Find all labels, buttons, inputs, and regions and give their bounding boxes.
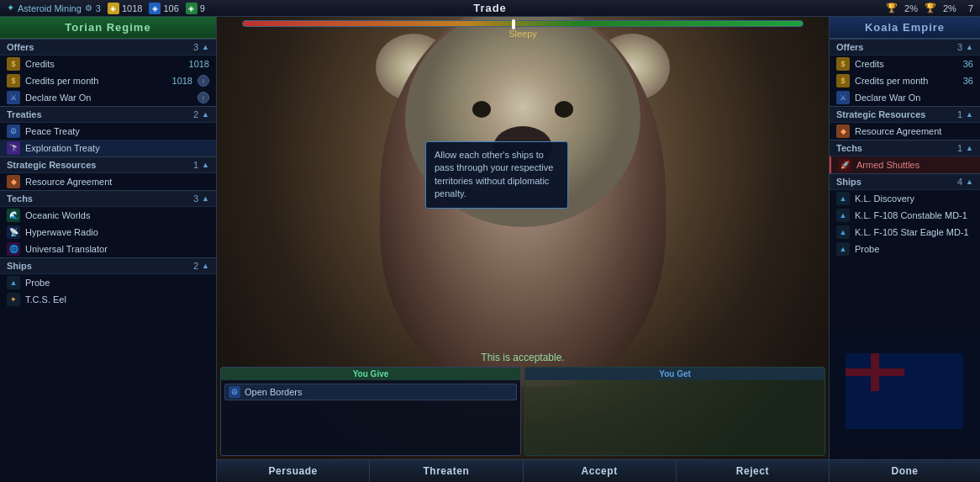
right-resource-agreement-item[interactable]: ◆ Resource Agreement — [830, 123, 980, 140]
australian-flag — [846, 353, 963, 429]
left-probe-item[interactable]: ▲ Probe — [0, 274, 216, 291]
right-techs-expand[interactable]: ▲ — [966, 144, 973, 152]
right-ships-label: Ships — [836, 177, 861, 187]
main-content: Torian Regime Offers 3 ▲ $ Credits 1018 … — [0, 17, 980, 482]
right-credits-month-value: 36 — [963, 76, 973, 86]
universal-translator-label: Universal Translator — [25, 244, 209, 254]
mining-count: 3 — [96, 3, 101, 13]
left-exploration-treaty-item[interactable]: 🔭 Exploration Treaty — [0, 140, 216, 156]
left-credits-item[interactable]: $ Credits 1018 — [0, 56, 216, 72]
right-panel-content: Offers 3 ▲ $ Credits 36 $ Credits per mo… — [830, 39, 980, 459]
left-treaties-count: 2 ▲ — [193, 109, 209, 119]
left-credits-month-item[interactable]: $ Credits per month 1018 i — [0, 72, 216, 89]
sentiment-bar — [242, 20, 803, 27]
left-hyperwave-radio-item[interactable]: 📡 Hyperwave Radio — [0, 224, 216, 241]
strategic-expand-icon[interactable]: ▲ — [202, 161, 209, 169]
accept-button[interactable]: Accept — [524, 460, 677, 482]
right-credits-label: Credits — [855, 59, 958, 69]
acceptable-text: This is acceptable. — [217, 347, 829, 367]
right-armed-shuttles-item[interactable]: 🚀 Armed Shuttles — [830, 156, 980, 173]
declare-war-info[interactable]: i — [198, 92, 209, 103]
top-bar: ✦ Asteroid Mining ⚙ 3 ◈ 1018 ◈ 106 ◈ 9 T… — [0, 0, 980, 17]
right-offers-expand[interactable]: ▲ — [966, 43, 973, 51]
persuade-button[interactable]: Persuade — [217, 460, 370, 482]
probe-icon: ▲ — [7, 276, 20, 289]
right-ships-expand[interactable]: ▲ — [966, 177, 973, 186]
resource-blue-value: 106 — [163, 3, 178, 13]
right-ships-header: Ships 4 ▲ — [830, 173, 980, 190]
right-resource-agreement-icon: ◆ — [836, 124, 850, 138]
right-probe-item[interactable]: ▲ Probe — [830, 241, 980, 257]
kl-star-eagle-icon: ▲ — [836, 225, 850, 239]
trophy-value-2: 2% — [943, 3, 956, 13]
trophy-value-1: 2% — [904, 3, 918, 13]
resource-green-icon: ◈ — [186, 3, 198, 14]
resource-agreement-icon: ◆ — [7, 175, 20, 188]
probe-label: Probe — [25, 278, 209, 288]
trophy-icon-1: 🏆 — [886, 3, 898, 13]
right-declare-war-item[interactable]: ⚔ Declare War On — [830, 89, 980, 106]
right-panel: Koala Empire Offers 3 ▲ $ Credits 36 $ C… — [829, 17, 980, 482]
right-offers-header: Offers 3 ▲ — [830, 39, 980, 56]
right-kl-star-eagle-item[interactable]: ▲ K.L. F-105 Star Eagle MD-1 — [830, 224, 980, 241]
left-resource-agreement-item[interactable]: ◆ Resource Agreement — [0, 173, 216, 190]
hyperwave-radio-label: Hyperwave Radio — [25, 227, 209, 237]
techs-expand-icon[interactable]: ▲ — [202, 194, 209, 203]
credits-month-icon: $ — [7, 74, 20, 87]
resource-green: ◈ 9 — [186, 3, 205, 14]
right-credits-month-item[interactable]: $ Credits per month 36 — [830, 72, 980, 89]
koala-eye-right — [555, 101, 573, 118]
left-techs-label: Techs — [7, 193, 33, 204]
treaties-expand-icon[interactable]: ▲ — [202, 110, 209, 119]
left-treaties-label: Treaties — [7, 109, 42, 119]
open-borders-label: Open Borders — [245, 387, 302, 397]
you-give-content: ☮ Open Borders — [221, 380, 520, 455]
tcs-eel-icon: ✦ — [7, 293, 20, 306]
you-give-header: You Give — [221, 368, 520, 380]
right-resource-agreement-label: Resource Agreement — [855, 126, 973, 136]
credits-month-info[interactable]: i — [198, 75, 209, 87]
left-ships-label: Ships — [7, 261, 32, 271]
left-strategic-header: Strategic Resources 1 ▲ — [0, 156, 216, 173]
resource-green-value: 9 — [200, 3, 205, 13]
left-ships-count: 2 ▲ — [193, 261, 209, 271]
ships-expand-icon[interactable]: ▲ — [202, 262, 209, 270]
credits-item-label: Credits — [25, 59, 184, 69]
left-panel: Torian Regime Offers 3 ▲ $ Credits 1018 … — [0, 17, 217, 482]
tooltip-text: Allow each other's ships to pass through… — [435, 150, 553, 199]
left-peace-treaty-item[interactable]: ☮ Peace Treaty — [0, 123, 216, 140]
done-button[interactable]: Done — [830, 460, 980, 482]
right-credits-item[interactable]: $ Credits 36 — [830, 56, 980, 72]
right-kl-constable-item[interactable]: ▲ K.L. F-108 Constable MD-1 — [830, 207, 980, 224]
left-declare-war-item[interactable]: ⚔ Declare War On i — [0, 89, 216, 106]
flag-union — [846, 353, 904, 391]
open-borders-item[interactable]: ☮ Open Borders — [224, 384, 517, 400]
screen-title: Trade — [473, 2, 507, 14]
koala-eye-left — [472, 101, 491, 118]
right-offers-label: Offers — [836, 42, 863, 52]
credits-icon: ◈ — [108, 3, 119, 14]
offers-expand-icon[interactable]: ▲ — [202, 43, 209, 51]
left-strategic-label: Strategic Resources — [7, 160, 96, 170]
left-tcs-eel-item[interactable]: ✦ T.C.S. Eel — [0, 291, 216, 308]
reject-button[interactable]: Reject — [677, 460, 829, 482]
resource-blue: ◈ 106 — [149, 3, 178, 14]
threaten-button[interactable]: Threaten — [370, 460, 523, 482]
left-oceanic-worlds-item[interactable]: 🌊 Oceanic Worlds — [0, 207, 216, 224]
right-panel-title: Koala Empire — [830, 17, 980, 39]
trophy-icon-2: 🏆 — [925, 3, 936, 13]
credits-item-icon: $ — [7, 57, 20, 71]
open-borders-icon: ☮ — [229, 386, 240, 398]
left-universal-translator-item[interactable]: 🌐 Universal Translator — [0, 241, 216, 257]
you-give-box: You Give ☮ Open Borders — [220, 367, 521, 456]
peace-treaty-icon: ☮ — [7, 124, 20, 138]
mining-icon: ✦ — [7, 3, 14, 13]
score-value: 7 — [968, 3, 973, 13]
declare-war-icon: ⚔ — [7, 91, 20, 104]
tcs-eel-label: T.C.S. Eel — [25, 294, 209, 305]
you-get-content — [525, 380, 825, 455]
left-offers-label: Offers — [7, 42, 34, 52]
asteroid-mining[interactable]: ✦ Asteroid Mining ⚙ 3 — [7, 3, 101, 13]
right-kl-discovery-item[interactable]: ▲ K.L. Discovery — [830, 190, 980, 207]
right-strategic-expand[interactable]: ▲ — [966, 110, 973, 119]
